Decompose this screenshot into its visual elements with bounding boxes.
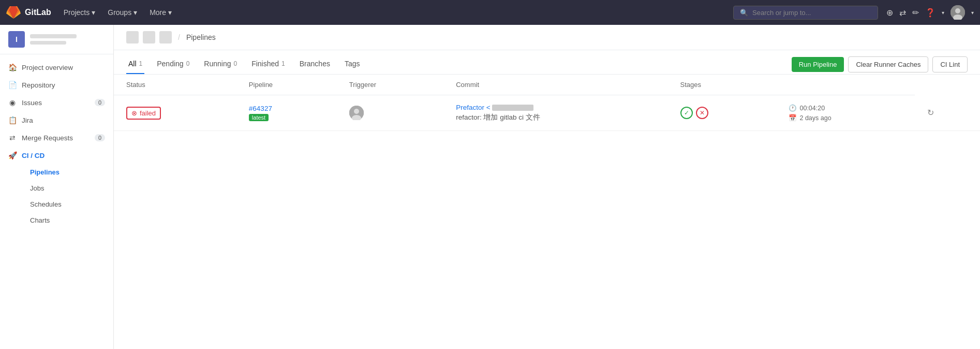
stage-failed-icon[interactable]: ✕ — [696, 107, 708, 119]
nav-groups[interactable]: Groups ▾ — [103, 6, 141, 19]
sidebar-item-label: Repository — [22, 81, 55, 89]
clear-runner-caches-button[interactable]: Clear Runner Caches — [848, 56, 928, 72]
tab-running[interactable]: Running 0 — [202, 54, 239, 74]
ci-lint-button[interactable]: CI Lint — [932, 56, 968, 72]
sidebar-item-pipelines[interactable]: Pipelines — [22, 164, 113, 180]
time-info: 🕐 00:04:20 📅 2 days ago — [789, 104, 902, 122]
tab-pending-count: 0 — [186, 60, 190, 67]
user-avatar[interactable] — [951, 5, 965, 20]
gitlab-logo-icon — [6, 5, 21, 20]
chevron-down-icon: ▾ — [942, 10, 944, 16]
tab-all-label: All — [128, 60, 137, 68]
refresh-button[interactable]: ↻ — [927, 108, 934, 118]
chevron-down-icon: ▾ — [168, 8, 172, 17]
breadcrumb-separator: / — [178, 33, 180, 41]
nav-more-label: More — [150, 8, 166, 17]
gitlab-text: GitLab — [25, 8, 51, 17]
sidebar-item-project-overview[interactable]: 🏠 Project overview — [0, 59, 113, 76]
sidebar: I 🏠 Project overview 📄 Repository ◉ Issu… — [0, 25, 114, 349]
sidebar-item-schedules-label: Schedules — [30, 200, 62, 208]
stage-success-icon[interactable]: ✓ — [680, 107, 693, 119]
pipeline-id-link[interactable]: #64327 — [249, 105, 324, 112]
merge-requests-icon: ⇄ — [8, 134, 17, 142]
issues-icon: ◉ — [8, 98, 17, 107]
sidebar-item-jira[interactable]: 📋 Jira — [0, 111, 113, 129]
pipeline-latest-badge: latest — [249, 114, 269, 121]
sidebar-item-label: Jira — [22, 117, 33, 124]
search-bar[interactable]: 🔍 Search or jump to... — [733, 6, 878, 20]
tab-finished-label: Finished — [251, 60, 279, 68]
sidebar-item-jobs-label: Jobs — [30, 184, 44, 192]
breadcrumb-current: Pipelines — [186, 33, 216, 41]
sidebar-item-issues[interactable]: ◉ Issues 0 — [0, 94, 113, 111]
time-cell: 🕐 00:04:20 📅 2 days ago — [776, 95, 915, 131]
column-stages: Stages — [668, 75, 777, 95]
breadcrumb-icon-1 — [126, 31, 139, 43]
column-status: Status — [114, 75, 236, 95]
time-ago-row: 📅 2 days ago — [789, 114, 902, 122]
tab-running-label: Running — [204, 60, 231, 68]
nav-more[interactable]: More ▾ — [145, 6, 176, 19]
plus-icon[interactable]: ⊕ — [886, 8, 893, 18]
svg-point-1 — [955, 8, 960, 13]
pipeline-id-cell: #64327 latest — [236, 95, 337, 131]
top-navigation: GitLab Projects ▾ Groups ▾ More ▾ 🔍 Sear… — [0, 0, 980, 25]
tab-running-count: 0 — [233, 60, 237, 67]
merge-requests-badge: 0 — [95, 134, 105, 141]
merge-request-icon[interactable]: ⇄ — [899, 8, 906, 18]
triggerer-avatar — [349, 106, 364, 120]
table-row: ⊗ failed #64327 latest — [114, 95, 980, 131]
tab-finished-count: 1 — [281, 60, 285, 67]
main-content: / Pipelines All 1 Pending 0 Running 0 Fi… — [114, 25, 980, 349]
sidebar-item-charts[interactable]: Charts — [22, 212, 113, 228]
sidebar-item-label: Project overview — [22, 64, 73, 71]
stages-list: ✓ ✕ — [680, 107, 764, 119]
sidebar-item-label: Issues — [22, 99, 42, 107]
duration-value: 00:04:20 — [799, 105, 825, 112]
status-label: failed — [140, 109, 156, 117]
chevron-down-icon: ▾ — [92, 8, 95, 17]
pipelines-table: Status Pipeline Triggerer Commit Stages … — [114, 75, 980, 131]
commit-cell: Prefactor < refactor: 增加 gitlab ci 文件 — [443, 95, 667, 131]
nav-projects[interactable]: Projects ▾ — [60, 6, 100, 19]
gitlab-logo[interactable]: GitLab — [6, 5, 51, 20]
help-icon[interactable]: ❓ — [925, 8, 936, 18]
search-icon: 🔍 — [740, 9, 748, 17]
home-icon: 🏠 — [8, 63, 17, 71]
ci-cd-icon: 🚀 — [8, 151, 17, 159]
time-ago-value: 2 days ago — [799, 114, 831, 122]
sidebar-item-label: Merge Requests — [22, 134, 73, 142]
sidebar-item-label: CI / CD — [22, 152, 44, 159]
sidebar-item-ci-cd[interactable]: 🚀 CI / CD — [0, 147, 113, 164]
repository-icon: 📄 — [8, 81, 17, 89]
breadcrumb: / Pipelines — [114, 25, 980, 50]
tab-all[interactable]: All 1 — [126, 54, 144, 74]
tab-tags[interactable]: Tags — [343, 54, 362, 74]
tab-pending[interactable]: Pending 0 — [155, 54, 191, 74]
pipeline-status-cell: ⊗ failed — [114, 95, 236, 131]
sidebar-sub-menu: Pipelines Jobs Schedules Charts — [0, 164, 113, 228]
tab-finished[interactable]: Finished 1 — [249, 54, 287, 74]
chevron-down-icon: ▾ — [133, 8, 137, 17]
sidebar-item-schedules[interactable]: Schedules — [22, 196, 113, 212]
nav-groups-label: Groups — [108, 8, 131, 17]
duration-row: 🕐 00:04:20 — [789, 104, 902, 112]
sidebar-item-repository[interactable]: 📄 Repository — [0, 76, 113, 94]
sidebar-item-merge-requests[interactable]: ⇄ Merge Requests 0 — [0, 129, 113, 147]
edit-icon[interactable]: ✏ — [912, 8, 919, 18]
jira-icon: 📋 — [8, 116, 17, 124]
commit-branch-link[interactable]: Prefactor < — [456, 104, 490, 111]
sidebar-header: I — [0, 25, 113, 54]
sidebar-project-avatar: I — [8, 31, 25, 48]
tabs-actions: Run Pipeline Clear Runner Caches CI Lint — [792, 56, 968, 72]
triggerer-cell — [337, 95, 443, 131]
failed-status-badge: ⊗ failed — [126, 107, 161, 120]
breadcrumb-icon-3 — [159, 31, 172, 43]
tab-branches[interactable]: Branches — [298, 54, 332, 74]
sidebar-item-jobs[interactable]: Jobs — [22, 180, 113, 196]
clock-icon: 🕐 — [789, 104, 797, 112]
svg-point-4 — [354, 109, 359, 114]
column-triggerer: Triggerer — [337, 75, 443, 95]
run-pipeline-button[interactable]: Run Pipeline — [792, 57, 844, 72]
action-cell: ↻ — [915, 95, 980, 131]
